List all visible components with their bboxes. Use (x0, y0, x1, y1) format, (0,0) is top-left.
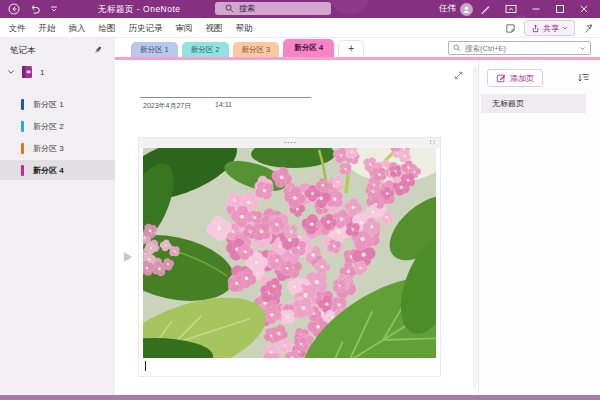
page-date: 2023年4月27日 (143, 101, 191, 111)
title-bar: 无标题页 - OneNote 搜索 任伟 (0, 0, 600, 18)
menu-draw[interactable]: 绘图 (92, 18, 122, 38)
sidebar-section-4-selected[interactable]: 新分区 4 (0, 160, 115, 180)
search-input[interactable] (465, 44, 575, 53)
quick-access-toolbar (8, 0, 58, 18)
page-list-item-selected[interactable]: 无标题页 (481, 94, 586, 113)
expand-pane-arrow-icon[interactable] (124, 252, 132, 262)
sidebar-section-2[interactable]: 新分区 2 (0, 116, 115, 136)
note-text-line[interactable] (139, 358, 440, 374)
menu-help[interactable]: 帮助 (229, 18, 259, 38)
close-icon[interactable] (572, 0, 596, 18)
section-color-bar (21, 165, 24, 176)
share-icon (531, 24, 540, 33)
menu-history[interactable]: 历史记录 (122, 18, 169, 38)
chevron-down-icon[interactable] (579, 45, 586, 52)
ink-pen-icon[interactable] (473, 0, 498, 18)
section-tab-strip: 新分区 1 新分区 2 新分区 3 新分区 4 + (115, 38, 600, 60)
page-title-underline[interactable] (140, 97, 311, 98)
share-label: 共享 (543, 23, 559, 34)
titlebar-search-box[interactable]: 搜索 (215, 2, 331, 15)
maximize-icon[interactable] (548, 0, 572, 18)
note-container-grip[interactable] (139, 138, 440, 148)
grip-dots-icon (283, 140, 297, 145)
page-canvas[interactable]: 2023年4月27日 14:11 (115, 60, 478, 395)
window-title: 无标题页 - OneNote (98, 0, 181, 18)
section-tab-4-selected[interactable]: 新分区 4 (283, 39, 334, 57)
text-cursor (145, 361, 146, 371)
onenote-window: 无标题页 - OneNote 搜索 任伟 (0, 0, 600, 400)
menu-review[interactable]: 审阅 (169, 18, 199, 38)
section-color-bar (21, 99, 24, 110)
chevron-down-icon[interactable] (7, 68, 15, 76)
ribbon-display-icon[interactable] (498, 0, 524, 18)
section-tab-1[interactable]: 新分区 1 (131, 42, 178, 57)
menu-bar: 文件 开始 插入 绘图 历史记录 审阅 视图 帮助 共享 (0, 18, 600, 38)
sort-icon[interactable] (577, 72, 589, 84)
search-icon (225, 4, 234, 13)
notebook-icon (21, 65, 34, 79)
notebook-name: 1 (40, 68, 44, 77)
notebook-pane-header: 笔记本 (10, 45, 36, 57)
notebook-search-box[interactable] (448, 41, 591, 55)
user-name[interactable]: 任伟 (439, 3, 456, 15)
titlebar-search-text: 搜索 (239, 3, 255, 14)
section-tab-3[interactable]: 新分区 3 (233, 42, 280, 57)
sidebar-section-3[interactable]: 新分区 3 (0, 138, 115, 158)
add-page-button[interactable]: 添加页 (487, 69, 543, 87)
page-time: 14:11 (215, 101, 232, 108)
search-icon (453, 44, 461, 52)
compose-icon (496, 73, 506, 83)
qat-customize-icon[interactable] (50, 5, 58, 13)
window-bottom-border (0, 395, 600, 400)
section-color-bar (21, 121, 24, 132)
sidebar-section-1[interactable]: 新分区 1 (0, 94, 115, 114)
note-container[interactable] (138, 137, 441, 377)
menu-file[interactable]: 文件 (2, 18, 32, 38)
whats-new-flag-icon[interactable] (583, 23, 594, 34)
menu-view[interactable]: 视图 (199, 18, 229, 38)
section-color-bar (21, 143, 24, 154)
menu-insert[interactable]: 插入 (62, 18, 92, 38)
chevron-down-icon (562, 25, 568, 31)
share-button[interactable]: 共享 (524, 20, 575, 36)
notebook-row[interactable]: 1 (0, 62, 115, 82)
menu-home[interactable]: 开始 (32, 18, 62, 38)
undo-icon[interactable] (29, 3, 41, 15)
sticky-note-icon[interactable] (505, 23, 516, 34)
section-tab-2[interactable]: 新分区 2 (182, 42, 229, 57)
add-section-tab[interactable]: + (338, 40, 364, 57)
back-icon[interactable] (8, 3, 20, 15)
grip-resize-icon[interactable] (429, 140, 436, 145)
minimize-icon[interactable] (524, 0, 548, 18)
fullpage-view-icon[interactable] (453, 70, 464, 81)
notebook-pane: 笔记本 1 新分区 1 新分区 2 新分区 3 新分区 4 (0, 38, 115, 395)
pin-icon[interactable] (93, 45, 103, 55)
add-page-label: 添加页 (510, 73, 534, 84)
page-list-pane: 添加页 无标题页 (478, 60, 600, 395)
avatar[interactable] (460, 3, 473, 16)
hydrangea-photo[interactable] (143, 148, 436, 358)
page-scrollbar[interactable] (473, 66, 477, 389)
